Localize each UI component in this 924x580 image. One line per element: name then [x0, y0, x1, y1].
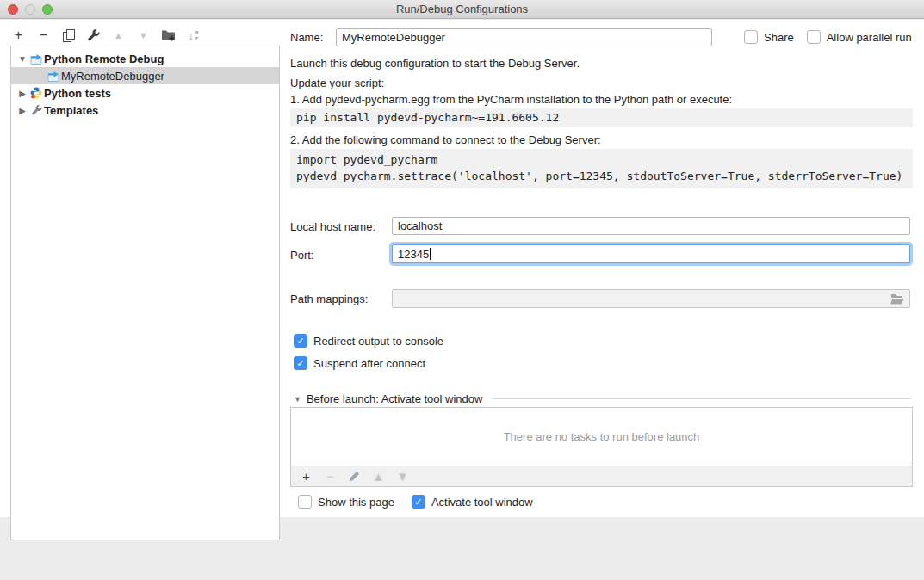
close-window-button[interactable]	[8, 4, 18, 15]
text-caret	[430, 248, 431, 260]
before-launch-header: ▼ Before launch: Activate tool window	[294, 392, 911, 405]
path-mappings-input[interactable]	[392, 289, 910, 308]
local-host-input[interactable]	[392, 217, 910, 235]
share-label: Share	[764, 31, 794, 44]
section-divider	[493, 398, 911, 399]
zoom-window-button[interactable]	[42, 4, 53, 15]
configurations-tree: ▼ Python Remote Debug MyRemoteDebugger	[10, 46, 280, 540]
settrace-code-block: import pydevd_pycharm pydevd_pycharm.set…	[290, 149, 913, 188]
step1-text: 1. Add pydevd-pycharm.egg from the PyCha…	[290, 93, 732, 106]
port-input[interactable]: 12345	[392, 244, 910, 263]
browse-folder-button[interactable]	[890, 293, 904, 305]
allow-parallel-run-label: Allow parallel run	[827, 31, 912, 44]
templates-wrench-icon	[28, 105, 44, 116]
add-configuration-button[interactable]: +	[12, 28, 25, 43]
tree-item-label: MyRemoteDebugger	[61, 70, 164, 83]
collapsed-arrow-icon[interactable]: ▶	[16, 89, 28, 98]
name-input[interactable]	[336, 28, 712, 46]
sort-az-icon: ↓ az	[189, 29, 199, 41]
check-icon: ✓	[414, 497, 422, 507]
name-label: Name:	[290, 31, 323, 44]
check-icon: ✓	[296, 359, 304, 368]
show-this-page-checkbox[interactable]	[298, 495, 312, 509]
move-task-up-button[interactable]: ▲	[372, 469, 385, 484]
suspend-after-connect-option: ✓ Suspend after connect	[294, 356, 425, 370]
local-host-label: Local host name:	[290, 220, 375, 233]
new-folder-icon	[162, 29, 175, 41]
redirect-output-option: ✓ Redirect output to console	[294, 334, 443, 348]
copy-configuration-button[interactable]	[62, 28, 75, 43]
traffic-lights	[8, 4, 53, 15]
tree-item-label: Python Remote Debug	[44, 52, 164, 65]
wrench-icon	[87, 29, 100, 42]
activate-tool-window-checkbox[interactable]: ✓	[412, 495, 425, 509]
sort-configurations-button[interactable]: ↓ az	[187, 28, 200, 43]
edit-defaults-button[interactable]	[87, 28, 100, 43]
tree-item-label: Python tests	[44, 87, 111, 100]
page-options: Show this page ✓ Activate tool window	[298, 495, 533, 509]
before-launch-task-list[interactable]: There are no tasks to run before launch	[290, 407, 913, 466]
redirect-output-label: Redirect output to console	[313, 335, 443, 348]
tree-item-python-tests[interactable]: ▶ Python tests	[11, 84, 279, 102]
tree-item-label: Templates	[44, 104, 98, 117]
remove-configuration-button[interactable]: −	[37, 28, 50, 43]
port-value: 12345	[398, 248, 429, 261]
remote-debug-icon	[46, 71, 61, 82]
remote-debug-icon	[28, 53, 44, 65]
share-option: Share Allow parallel run	[744, 30, 912, 44]
python-icon	[28, 87, 44, 99]
port-label: Port:	[290, 249, 313, 262]
title-bar: Run/Debug Configurations	[0, 0, 924, 19]
step2-text: 2. Add the following command to connect …	[290, 133, 601, 146]
run-debug-configurations-dialog: Run/Debug Configurations + − ▲ ▼ ↓ az ▼	[0, 0, 924, 580]
activate-tool-window-label: Activate tool window	[431, 496, 533, 509]
update-script-text: Update your script:	[290, 77, 384, 89]
show-this-page-label: Show this page	[318, 496, 394, 509]
path-mappings-label: Path mappings:	[290, 293, 368, 305]
move-up-button[interactable]: ▲	[112, 28, 125, 43]
tree-item-templates[interactable]: ▶ Templates	[11, 102, 279, 119]
pip-install-code-block: pip install pydevd-pycharm~=191.6605.12	[290, 108, 913, 127]
copy-icon	[63, 29, 74, 41]
suspend-after-connect-checkbox[interactable]: ✓	[294, 356, 307, 370]
collapse-section-icon[interactable]: ▼	[294, 395, 301, 404]
pip-install-code: pip install pydevd-pycharm~=191.6605.12	[296, 110, 907, 125]
window-title: Run/Debug Configurations	[0, 0, 924, 19]
share-checkbox[interactable]	[744, 30, 758, 44]
configurations-toolbar: + − ▲ ▼ ↓ az	[12, 27, 200, 44]
settrace-code-line2: pydevd_pycharm.settrace('localhost', por…	[296, 168, 907, 184]
move-down-button[interactable]: ▼	[137, 28, 150, 43]
allow-parallel-run-checkbox[interactable]	[807, 30, 821, 44]
pencil-icon	[349, 471, 360, 482]
minimize-window-button	[25, 4, 35, 15]
edit-task-button[interactable]	[348, 469, 361, 484]
check-icon: ✓	[296, 336, 304, 346]
open-folder-icon	[890, 293, 904, 305]
task-list-toolbar: + − ▲ ▼	[290, 466, 913, 487]
collapsed-arrow-icon[interactable]: ▶	[16, 106, 28, 115]
before-launch-title: Before launch: Activate tool window	[307, 392, 483, 405]
tree-item-myremotedebugger[interactable]: MyRemoteDebugger	[11, 67, 279, 84]
redirect-output-checkbox[interactable]: ✓	[294, 334, 307, 348]
expanded-arrow-icon[interactable]: ▼	[16, 54, 28, 64]
remove-task-button[interactable]: −	[324, 469, 337, 484]
new-folder-button[interactable]	[162, 28, 175, 43]
suspend-after-connect-label: Suspend after connect	[313, 357, 425, 370]
move-task-down-button[interactable]: ▼	[396, 469, 409, 484]
intro-text: Launch this debug configuration to start…	[290, 57, 580, 70]
add-task-button[interactable]: +	[300, 469, 313, 484]
tree-item-python-remote-debug[interactable]: ▼ Python Remote Debug	[11, 50, 279, 67]
settrace-code-line1: import pydevd_pycharm	[296, 151, 907, 168]
empty-task-message: There are no tasks to run before launch	[504, 430, 700, 443]
